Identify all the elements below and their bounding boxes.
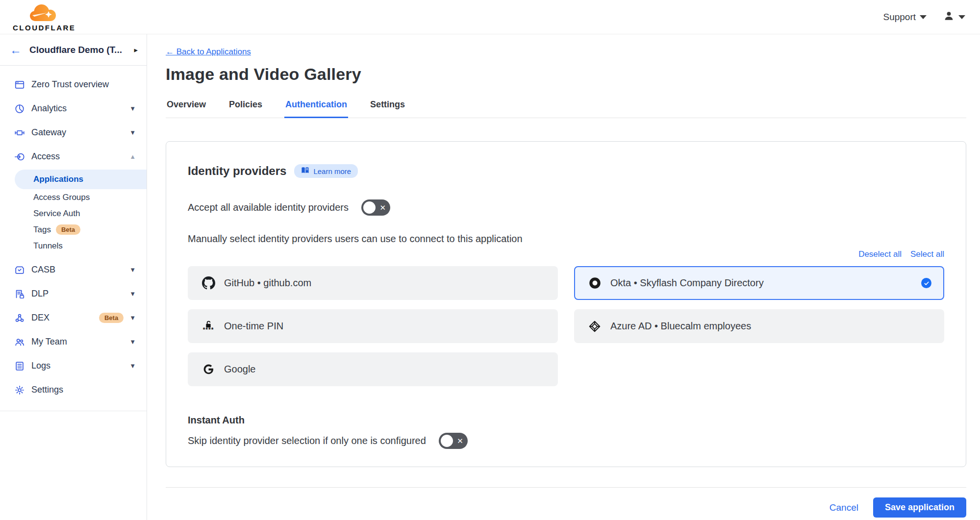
sidebar-item-service-auth[interactable]: Service Auth: [0, 205, 147, 222]
idp-option-one-time-pin[interactable]: **** One-time PIN: [188, 309, 558, 343]
idp-name: GitHub • github.com: [224, 277, 545, 289]
idp-name: Okta • Skyflash Company Directory: [610, 277, 912, 289]
sidebar-item-label: Access: [31, 151, 124, 162]
chevron-down-icon: ▼: [129, 129, 136, 136]
cancel-button[interactable]: Cancel: [829, 502, 858, 513]
chevron-down-icon: ▼: [129, 338, 136, 346]
toggle-off-x-icon: ✕: [457, 436, 463, 445]
chevron-down-icon: ▼: [129, 266, 136, 273]
chevron-down-icon: ▼: [129, 290, 136, 297]
sidebar-divider: [0, 411, 147, 411]
gear-icon: [14, 384, 25, 396]
sidebar-item-access[interactable]: Access ▲: [0, 145, 147, 169]
instant-auth-title: Instant Auth: [188, 415, 944, 426]
deselect-all-link[interactable]: Deselect all: [858, 249, 902, 259]
accept-all-label: Accept all available identity providers: [188, 202, 349, 213]
access-submenu: Applications Access Groups Service Auth …: [0, 170, 147, 254]
sidebar-item-tags[interactable]: Tags Beta: [0, 222, 147, 238]
azure-ad-icon: [588, 320, 602, 333]
sidebar-item-gateway[interactable]: Gateway ▼: [0, 121, 147, 145]
card-title: Identity providers: [188, 164, 286, 178]
sidebar-item-label: Analytics: [31, 103, 124, 114]
top-bar: CLOUDFLARE Support: [0, 0, 980, 34]
sidebar-item-settings[interactable]: Settings: [0, 378, 147, 402]
access-login-icon: [14, 151, 25, 163]
user-avatar-icon: [943, 10, 955, 24]
book-icon: [301, 167, 309, 175]
sidebar: ← Cloudflare Demo (T... ▸ Zero Trust ove…: [0, 34, 147, 520]
sidebar-item-label: Access Groups: [33, 193, 90, 202]
sidebar-item-analytics[interactable]: Analytics ▼: [0, 97, 147, 121]
instant-auth-label: Skip identity provider selection if only…: [188, 435, 426, 446]
sidebar-item-casb[interactable]: CASB ▼: [0, 258, 147, 282]
account-name[interactable]: Cloudflare Demo (T...: [29, 45, 126, 55]
idp-option-google[interactable]: Google: [188, 352, 558, 386]
sidebar-item-tunnels[interactable]: Tunnels: [0, 238, 147, 254]
sidebar-item-dlp[interactable]: DLP ▼: [0, 282, 147, 306]
sidebar-item-my-team[interactable]: My Team ▼: [0, 330, 147, 354]
tab-overview[interactable]: Overview: [166, 97, 207, 118]
footer-divider: [166, 487, 966, 488]
tab-settings[interactable]: Settings: [369, 97, 406, 118]
sidebar-item-label: Logs: [31, 361, 124, 371]
footer-actions: Cancel Save application: [166, 497, 966, 518]
sidebar-item-label: Settings: [31, 385, 136, 395]
sidebar-account-header: ← Cloudflare Demo (T... ▸: [0, 34, 147, 66]
sidebar-item-label: Applications: [33, 174, 83, 184]
tab-authentication[interactable]: Authentication: [284, 97, 348, 118]
github-icon: [201, 276, 215, 290]
chevron-down-icon: ▼: [129, 314, 136, 322]
chevron-down-icon: ▼: [129, 362, 136, 370]
otp-stars: ****: [203, 328, 214, 332]
user-menu[interactable]: [943, 10, 965, 24]
idp-option-okta[interactable]: Okta • Skyflash Company Directory: [574, 266, 944, 300]
toggle-off-x-icon: ✕: [379, 203, 386, 212]
sidebar-item-label: My Team: [31, 337, 124, 347]
support-menu[interactable]: Support: [883, 12, 927, 23]
gateway-icon: [14, 127, 25, 139]
chevron-down-icon: ▼: [129, 105, 136, 112]
idp-option-github[interactable]: GitHub • github.com: [188, 266, 558, 300]
save-application-button[interactable]: Save application: [873, 497, 966, 518]
toggle-knob: [363, 201, 376, 214]
idp-option-azure-ad[interactable]: Azure AD • Bluecalm employees: [574, 309, 944, 343]
learn-more-badge[interactable]: Learn more: [294, 164, 358, 178]
sidebar-item-label: DEX: [31, 313, 93, 323]
support-label: Support: [883, 12, 916, 23]
identity-providers-card: Identity providers Learn more Accept all…: [166, 141, 966, 467]
chevron-up-icon: ▲: [129, 153, 136, 160]
sidebar-item-access-groups[interactable]: Access Groups: [0, 189, 147, 205]
manual-select-label: Manually select identity providers users…: [188, 233, 944, 245]
accept-all-toggle[interactable]: ✕: [361, 199, 390, 216]
sidebar-item-dex[interactable]: DEX Beta ▼: [0, 306, 147, 330]
cloudflare-cloud-icon: [21, 2, 68, 24]
chevron-right-icon[interactable]: ▸: [134, 46, 138, 54]
window-icon: [14, 79, 25, 91]
team-people-icon: [14, 336, 25, 348]
beta-badge: Beta: [99, 313, 124, 323]
sidebar-item-label: Zero Trust overview: [31, 79, 136, 90]
sidebar-item-label: DLP: [31, 289, 124, 299]
tab-policies[interactable]: Policies: [228, 97, 263, 118]
select-all-link[interactable]: Select all: [910, 249, 944, 259]
main-content: ← Back to Applications Image and Video G…: [147, 34, 980, 520]
idp-name: Azure AD • Bluecalm employees: [610, 321, 931, 332]
sidebar-item-applications[interactable]: Applications: [15, 170, 147, 189]
instant-auth-toggle[interactable]: ✕: [439, 433, 468, 449]
okta-icon: [588, 276, 602, 290]
page-title: Image and Video Gallery: [166, 65, 966, 84]
sidebar-item-zero-trust-overview[interactable]: Zero Trust overview: [0, 73, 147, 97]
cloudflare-logo[interactable]: CLOUDFLARE: [13, 2, 75, 31]
casb-box-check-icon: [14, 264, 25, 276]
beta-badge: Beta: [56, 224, 80, 235]
sidebar-item-label: Tags: [33, 225, 51, 235]
back-arrow-icon[interactable]: ←: [10, 44, 22, 56]
cloudflare-logo-text: CLOUDFLARE: [13, 24, 75, 31]
learn-more-label: Learn more: [313, 167, 351, 175]
document-lock-icon: [14, 288, 25, 300]
back-to-applications-link[interactable]: ← Back to Applications: [166, 47, 251, 57]
sidebar-item-label: Service Auth: [33, 209, 80, 219]
sidebar-item-logs[interactable]: Logs ▼: [0, 354, 147, 378]
pie-chart-icon: [14, 103, 25, 115]
idp-name: Google: [224, 364, 545, 375]
